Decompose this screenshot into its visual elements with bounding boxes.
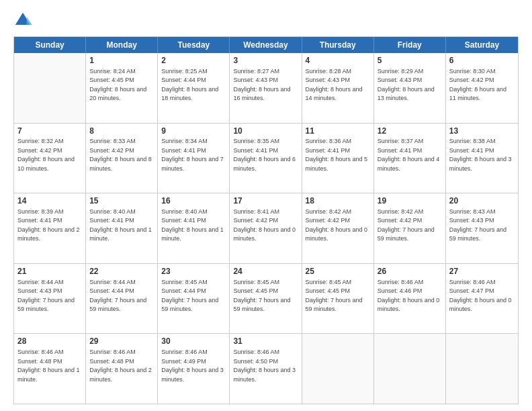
cell-info: Sunrise: 8:46 AMSunset: 4:50 PMDaylight:… xyxy=(233,348,298,384)
calendar-body: 1Sunrise: 8:24 AMSunset: 4:45 PMDaylight… xyxy=(14,53,518,404)
calendar-cell: 10Sunrise: 8:35 AMSunset: 4:41 PMDayligh… xyxy=(230,124,302,193)
calendar-cell: 15Sunrise: 8:40 AMSunset: 4:41 PMDayligh… xyxy=(86,193,158,263)
day-number: 25 xyxy=(306,266,370,277)
cell-info: Sunrise: 8:34 AMSunset: 4:41 PMDaylight:… xyxy=(161,137,226,173)
day-number: 1 xyxy=(89,55,154,66)
day-number: 22 xyxy=(89,266,154,277)
calendar-cell: 12Sunrise: 8:37 AMSunset: 4:41 PMDayligh… xyxy=(374,124,446,193)
cell-info: Sunrise: 8:32 AMSunset: 4:42 PMDaylight:… xyxy=(17,137,82,173)
calendar-cell: 2Sunrise: 8:25 AMSunset: 4:44 PMDaylight… xyxy=(158,53,230,123)
calendar-cell: 8Sunrise: 8:33 AMSunset: 4:42 PMDaylight… xyxy=(86,124,158,193)
calendar-cell: 11Sunrise: 8:36 AMSunset: 4:41 PMDayligh… xyxy=(302,124,374,193)
day-number: 30 xyxy=(161,336,226,347)
header-day-friday: Friday xyxy=(374,37,446,53)
day-number: 23 xyxy=(161,266,226,277)
cell-info: Sunrise: 8:45 AMSunset: 4:45 PMDaylight:… xyxy=(233,278,298,314)
calendar-cell xyxy=(14,53,86,123)
day-number: 7 xyxy=(17,126,82,137)
day-number: 29 xyxy=(89,336,154,347)
calendar-row-3: 21Sunrise: 8:44 AMSunset: 4:43 PMDayligh… xyxy=(14,263,518,334)
calendar-cell: 21Sunrise: 8:44 AMSunset: 4:43 PMDayligh… xyxy=(14,264,86,334)
cell-info: Sunrise: 8:46 AMSunset: 4:48 PMDaylight:… xyxy=(89,348,154,384)
day-number: 14 xyxy=(17,195,82,207)
header-day-wednesday: Wednesday xyxy=(230,37,302,53)
calendar-row-0: 1Sunrise: 8:24 AMSunset: 4:45 PMDaylight… xyxy=(14,53,518,123)
calendar-cell: 23Sunrise: 8:45 AMSunset: 4:44 PMDayligh… xyxy=(158,264,230,334)
day-number: 13 xyxy=(449,126,515,137)
day-number: 10 xyxy=(233,126,298,137)
calendar-cell: 30Sunrise: 8:46 AMSunset: 4:49 PMDayligh… xyxy=(158,334,230,404)
cell-info: Sunrise: 8:40 AMSunset: 4:41 PMDaylight:… xyxy=(161,208,226,244)
cell-info: Sunrise: 8:46 AMSunset: 4:46 PMDaylight:… xyxy=(378,278,442,314)
calendar-cell: 28Sunrise: 8:46 AMSunset: 4:48 PMDayligh… xyxy=(14,334,86,404)
calendar-cell: 25Sunrise: 8:45 AMSunset: 4:45 PMDayligh… xyxy=(302,264,374,334)
calendar-cell: 13Sunrise: 8:38 AMSunset: 4:41 PMDayligh… xyxy=(446,124,518,193)
cell-info: Sunrise: 8:28 AMSunset: 4:43 PMDaylight:… xyxy=(306,67,370,103)
cell-info: Sunrise: 8:41 AMSunset: 4:42 PMDaylight:… xyxy=(233,208,298,244)
day-number: 15 xyxy=(89,195,154,207)
calendar-header: SundayMondayTuesdayWednesdayThursdayFrid… xyxy=(14,37,518,53)
svg-marker-1 xyxy=(27,16,32,25)
cell-info: Sunrise: 8:27 AMSunset: 4:43 PMDaylight:… xyxy=(233,67,298,103)
cell-info: Sunrise: 8:40 AMSunset: 4:41 PMDaylight:… xyxy=(89,208,154,244)
day-number: 31 xyxy=(233,336,298,347)
page: SundayMondayTuesdayWednesdayThursdayFrid… xyxy=(0,0,532,411)
day-number: 9 xyxy=(161,126,226,137)
calendar-cell: 19Sunrise: 8:42 AMSunset: 4:42 PMDayligh… xyxy=(374,193,446,263)
header-day-thursday: Thursday xyxy=(302,37,374,53)
day-number: 28 xyxy=(17,336,82,347)
cell-info: Sunrise: 8:30 AMSunset: 4:42 PMDaylight:… xyxy=(449,67,515,103)
calendar-cell: 20Sunrise: 8:43 AMSunset: 4:43 PMDayligh… xyxy=(446,193,518,263)
day-number: 18 xyxy=(306,195,370,207)
day-number: 5 xyxy=(378,55,442,66)
cell-info: Sunrise: 8:46 AMSunset: 4:49 PMDaylight:… xyxy=(161,348,226,384)
cell-info: Sunrise: 8:45 AMSunset: 4:45 PMDaylight:… xyxy=(306,278,370,314)
day-number: 20 xyxy=(449,195,515,207)
cell-info: Sunrise: 8:45 AMSunset: 4:44 PMDaylight:… xyxy=(161,278,226,314)
calendar-cell: 6Sunrise: 8:30 AMSunset: 4:42 PMDaylight… xyxy=(446,53,518,123)
header-day-saturday: Saturday xyxy=(446,37,518,53)
cell-info: Sunrise: 8:38 AMSunset: 4:41 PMDaylight:… xyxy=(449,137,515,173)
cell-info: Sunrise: 8:35 AMSunset: 4:41 PMDaylight:… xyxy=(233,137,298,173)
calendar-cell: 24Sunrise: 8:45 AMSunset: 4:45 PMDayligh… xyxy=(230,264,302,334)
cell-info: Sunrise: 8:29 AMSunset: 4:43 PMDaylight:… xyxy=(378,67,442,103)
header-day-monday: Monday xyxy=(86,37,158,53)
cell-info: Sunrise: 8:43 AMSunset: 4:43 PMDaylight:… xyxy=(449,208,515,244)
day-number: 16 xyxy=(161,195,226,207)
calendar-cell: 7Sunrise: 8:32 AMSunset: 4:42 PMDaylight… xyxy=(14,124,86,193)
cell-info: Sunrise: 8:37 AMSunset: 4:41 PMDaylight:… xyxy=(378,137,442,173)
calendar-cell: 5Sunrise: 8:29 AMSunset: 4:43 PMDaylight… xyxy=(374,53,446,123)
day-number: 24 xyxy=(233,266,298,277)
logo xyxy=(13,11,34,30)
day-number: 11 xyxy=(306,126,370,137)
calendar-cell xyxy=(302,334,374,404)
day-number: 26 xyxy=(378,266,442,277)
calendar-row-1: 7Sunrise: 8:32 AMSunset: 4:42 PMDaylight… xyxy=(14,123,518,193)
day-number: 27 xyxy=(449,266,515,277)
logo-icon xyxy=(13,11,32,30)
cell-info: Sunrise: 8:42 AMSunset: 4:42 PMDaylight:… xyxy=(378,208,442,244)
cell-info: Sunrise: 8:24 AMSunset: 4:45 PMDaylight:… xyxy=(89,67,154,103)
calendar-cell: 9Sunrise: 8:34 AMSunset: 4:41 PMDaylight… xyxy=(158,124,230,193)
calendar-cell xyxy=(446,334,518,404)
calendar-cell: 27Sunrise: 8:46 AMSunset: 4:47 PMDayligh… xyxy=(446,264,518,334)
calendar-row-4: 28Sunrise: 8:46 AMSunset: 4:48 PMDayligh… xyxy=(14,333,518,404)
calendar-cell: 3Sunrise: 8:27 AMSunset: 4:43 PMDaylight… xyxy=(230,53,302,123)
calendar-cell: 17Sunrise: 8:41 AMSunset: 4:42 PMDayligh… xyxy=(230,193,302,263)
header-day-sunday: Sunday xyxy=(14,37,86,53)
cell-info: Sunrise: 8:46 AMSunset: 4:48 PMDaylight:… xyxy=(17,348,82,384)
cell-info: Sunrise: 8:44 AMSunset: 4:44 PMDaylight:… xyxy=(89,278,154,314)
day-number: 6 xyxy=(449,55,515,66)
header-day-tuesday: Tuesday xyxy=(158,37,230,53)
day-number: 3 xyxy=(233,55,298,66)
cell-info: Sunrise: 8:39 AMSunset: 4:41 PMDaylight:… xyxy=(17,208,82,244)
header xyxy=(13,11,519,30)
calendar-cell: 22Sunrise: 8:44 AMSunset: 4:44 PMDayligh… xyxy=(86,264,158,334)
calendar-cell xyxy=(374,334,446,404)
cell-info: Sunrise: 8:44 AMSunset: 4:43 PMDaylight:… xyxy=(17,278,82,314)
calendar-row-2: 14Sunrise: 8:39 AMSunset: 4:41 PMDayligh… xyxy=(14,193,518,263)
calendar-cell: 16Sunrise: 8:40 AMSunset: 4:41 PMDayligh… xyxy=(158,193,230,263)
calendar: SundayMondayTuesdayWednesdayThursdayFrid… xyxy=(13,36,519,404)
day-number: 8 xyxy=(89,126,154,137)
cell-info: Sunrise: 8:25 AMSunset: 4:44 PMDaylight:… xyxy=(161,67,226,103)
